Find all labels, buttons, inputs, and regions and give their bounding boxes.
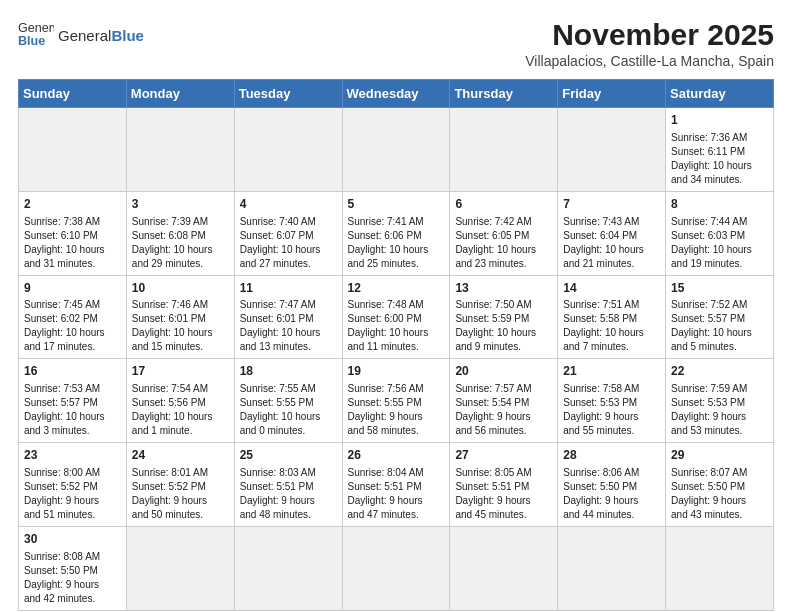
day-info: Sunrise: 7:56 AM Sunset: 5:55 PM Dayligh…	[348, 382, 445, 438]
day-info: Sunrise: 7:50 AM Sunset: 5:59 PM Dayligh…	[455, 298, 552, 354]
day-number: 26	[348, 447, 445, 464]
calendar-cell	[342, 108, 450, 192]
day-number: 14	[563, 280, 660, 297]
calendar-cell: 21Sunrise: 7:58 AM Sunset: 5:53 PM Dayli…	[558, 359, 666, 443]
weekday-header-thursday: Thursday	[450, 80, 558, 108]
calendar-cell: 19Sunrise: 7:56 AM Sunset: 5:55 PM Dayli…	[342, 359, 450, 443]
calendar-cell: 14Sunrise: 7:51 AM Sunset: 5:58 PM Dayli…	[558, 275, 666, 359]
day-number: 8	[671, 196, 768, 213]
calendar-cell	[19, 108, 127, 192]
calendar-cell: 10Sunrise: 7:46 AM Sunset: 6:01 PM Dayli…	[126, 275, 234, 359]
day-info: Sunrise: 7:52 AM Sunset: 5:57 PM Dayligh…	[671, 298, 768, 354]
calendar-cell: 1Sunrise: 7:36 AM Sunset: 6:11 PM Daylig…	[666, 108, 774, 192]
svg-text:Blue: Blue	[18, 34, 45, 48]
header: General Blue GeneralBlue November 2025 V…	[18, 18, 774, 69]
calendar-cell: 7Sunrise: 7:43 AM Sunset: 6:04 PM Daylig…	[558, 191, 666, 275]
week-row-3: 9Sunrise: 7:45 AM Sunset: 6:02 PM Daylig…	[19, 275, 774, 359]
day-number: 20	[455, 363, 552, 380]
weekday-header-row: SundayMondayTuesdayWednesdayThursdayFrid…	[19, 80, 774, 108]
day-number: 29	[671, 447, 768, 464]
page: General Blue GeneralBlue November 2025 V…	[0, 0, 792, 612]
day-info: Sunrise: 8:06 AM Sunset: 5:50 PM Dayligh…	[563, 466, 660, 522]
week-row-2: 2Sunrise: 7:38 AM Sunset: 6:10 PM Daylig…	[19, 191, 774, 275]
calendar-cell	[450, 108, 558, 192]
week-row-6: 30Sunrise: 8:08 AM Sunset: 5:50 PM Dayli…	[19, 526, 774, 610]
calendar-cell: 12Sunrise: 7:48 AM Sunset: 6:00 PM Dayli…	[342, 275, 450, 359]
day-info: Sunrise: 7:59 AM Sunset: 5:53 PM Dayligh…	[671, 382, 768, 438]
calendar-cell	[666, 526, 774, 610]
day-number: 21	[563, 363, 660, 380]
calendar-cell	[126, 108, 234, 192]
calendar-cell	[558, 526, 666, 610]
day-info: Sunrise: 7:53 AM Sunset: 5:57 PM Dayligh…	[24, 382, 121, 438]
calendar-cell: 30Sunrise: 8:08 AM Sunset: 5:50 PM Dayli…	[19, 526, 127, 610]
day-number: 23	[24, 447, 121, 464]
calendar-cell: 22Sunrise: 7:59 AM Sunset: 5:53 PM Dayli…	[666, 359, 774, 443]
calendar-cell	[450, 526, 558, 610]
day-info: Sunrise: 8:01 AM Sunset: 5:52 PM Dayligh…	[132, 466, 229, 522]
day-info: Sunrise: 8:08 AM Sunset: 5:50 PM Dayligh…	[24, 550, 121, 606]
day-info: Sunrise: 8:04 AM Sunset: 5:51 PM Dayligh…	[348, 466, 445, 522]
calendar-cell: 24Sunrise: 8:01 AM Sunset: 5:52 PM Dayli…	[126, 443, 234, 527]
calendar-cell: 20Sunrise: 7:57 AM Sunset: 5:54 PM Dayli…	[450, 359, 558, 443]
day-info: Sunrise: 7:44 AM Sunset: 6:03 PM Dayligh…	[671, 215, 768, 271]
calendar-cell: 18Sunrise: 7:55 AM Sunset: 5:55 PM Dayli…	[234, 359, 342, 443]
day-info: Sunrise: 7:57 AM Sunset: 5:54 PM Dayligh…	[455, 382, 552, 438]
day-info: Sunrise: 7:51 AM Sunset: 5:58 PM Dayligh…	[563, 298, 660, 354]
day-number: 2	[24, 196, 121, 213]
logo-general-text: GeneralBlue	[58, 28, 144, 45]
day-info: Sunrise: 7:36 AM Sunset: 6:11 PM Dayligh…	[671, 131, 768, 187]
day-info: Sunrise: 7:45 AM Sunset: 6:02 PM Dayligh…	[24, 298, 121, 354]
weekday-header-tuesday: Tuesday	[234, 80, 342, 108]
calendar-cell: 25Sunrise: 8:03 AM Sunset: 5:51 PM Dayli…	[234, 443, 342, 527]
calendar-cell: 27Sunrise: 8:05 AM Sunset: 5:51 PM Dayli…	[450, 443, 558, 527]
calendar-cell: 29Sunrise: 8:07 AM Sunset: 5:50 PM Dayli…	[666, 443, 774, 527]
day-number: 10	[132, 280, 229, 297]
day-info: Sunrise: 7:54 AM Sunset: 5:56 PM Dayligh…	[132, 382, 229, 438]
calendar-cell	[234, 108, 342, 192]
day-number: 30	[24, 531, 121, 548]
calendar-cell: 6Sunrise: 7:42 AM Sunset: 6:05 PM Daylig…	[450, 191, 558, 275]
day-number: 12	[348, 280, 445, 297]
logo-icon: General Blue	[18, 18, 54, 54]
calendar-cell: 9Sunrise: 7:45 AM Sunset: 6:02 PM Daylig…	[19, 275, 127, 359]
day-number: 27	[455, 447, 552, 464]
day-info: Sunrise: 7:55 AM Sunset: 5:55 PM Dayligh…	[240, 382, 337, 438]
day-number: 7	[563, 196, 660, 213]
location: Villapalacios, Castille-La Mancha, Spain	[525, 53, 774, 69]
day-info: Sunrise: 7:47 AM Sunset: 6:01 PM Dayligh…	[240, 298, 337, 354]
day-info: Sunrise: 8:03 AM Sunset: 5:51 PM Dayligh…	[240, 466, 337, 522]
day-number: 3	[132, 196, 229, 213]
day-number: 15	[671, 280, 768, 297]
calendar-cell: 15Sunrise: 7:52 AM Sunset: 5:57 PM Dayli…	[666, 275, 774, 359]
week-row-5: 23Sunrise: 8:00 AM Sunset: 5:52 PM Dayli…	[19, 443, 774, 527]
calendar-cell	[234, 526, 342, 610]
day-number: 22	[671, 363, 768, 380]
calendar-cell: 17Sunrise: 7:54 AM Sunset: 5:56 PM Dayli…	[126, 359, 234, 443]
weekday-header-monday: Monday	[126, 80, 234, 108]
day-info: Sunrise: 7:41 AM Sunset: 6:06 PM Dayligh…	[348, 215, 445, 271]
day-info: Sunrise: 7:58 AM Sunset: 5:53 PM Dayligh…	[563, 382, 660, 438]
day-number: 19	[348, 363, 445, 380]
calendar-cell	[342, 526, 450, 610]
calendar-cell: 28Sunrise: 8:06 AM Sunset: 5:50 PM Dayli…	[558, 443, 666, 527]
calendar-cell: 4Sunrise: 7:40 AM Sunset: 6:07 PM Daylig…	[234, 191, 342, 275]
weekday-header-saturday: Saturday	[666, 80, 774, 108]
day-info: Sunrise: 8:05 AM Sunset: 5:51 PM Dayligh…	[455, 466, 552, 522]
day-info: Sunrise: 7:40 AM Sunset: 6:07 PM Dayligh…	[240, 215, 337, 271]
calendar-cell: 8Sunrise: 7:44 AM Sunset: 6:03 PM Daylig…	[666, 191, 774, 275]
day-number: 9	[24, 280, 121, 297]
calendar-cell: 2Sunrise: 7:38 AM Sunset: 6:10 PM Daylig…	[19, 191, 127, 275]
day-number: 13	[455, 280, 552, 297]
calendar-cell: 3Sunrise: 7:39 AM Sunset: 6:08 PM Daylig…	[126, 191, 234, 275]
title-block: November 2025 Villapalacios, Castille-La…	[525, 18, 774, 69]
calendar-cell: 5Sunrise: 7:41 AM Sunset: 6:06 PM Daylig…	[342, 191, 450, 275]
day-number: 25	[240, 447, 337, 464]
weekday-header-wednesday: Wednesday	[342, 80, 450, 108]
day-number: 11	[240, 280, 337, 297]
week-row-1: 1Sunrise: 7:36 AM Sunset: 6:11 PM Daylig…	[19, 108, 774, 192]
day-number: 24	[132, 447, 229, 464]
day-info: Sunrise: 7:46 AM Sunset: 6:01 PM Dayligh…	[132, 298, 229, 354]
month-title: November 2025	[525, 18, 774, 51]
day-number: 4	[240, 196, 337, 213]
